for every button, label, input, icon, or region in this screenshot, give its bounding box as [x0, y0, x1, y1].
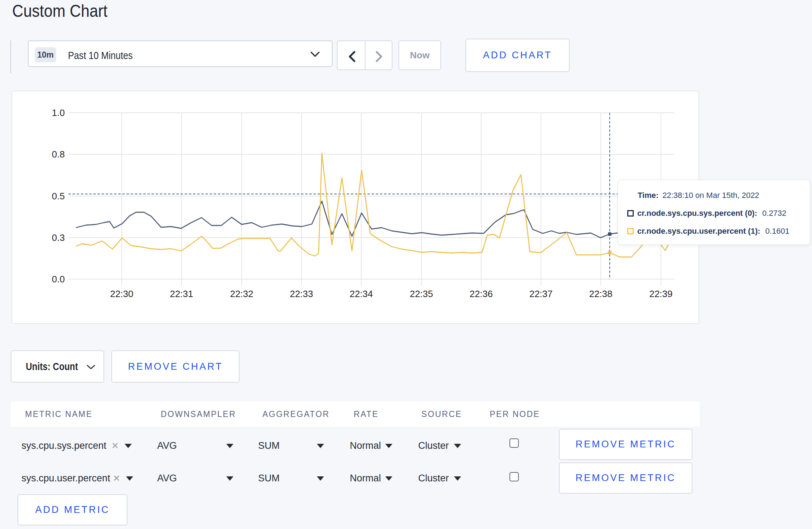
svg-text:0.8: 0.8 [52, 149, 65, 160]
svg-text:22:36: 22:36 [469, 288, 493, 299]
svg-text:22:38: 22:38 [589, 288, 612, 299]
svg-text:0.5: 0.5 [52, 191, 65, 202]
svg-text:22:30: 22:30 [110, 288, 133, 299]
svg-text:0.0: 0.0 [52, 274, 65, 285]
svg-text:22:37: 22:37 [529, 288, 552, 299]
svg-text:1.0: 1.0 [52, 107, 65, 118]
svg-text:22:39: 22:39 [649, 288, 672, 299]
svg-text:22:31: 22:31 [170, 288, 193, 299]
svg-text:22:34: 22:34 [349, 288, 373, 299]
svg-text:22:35: 22:35 [410, 288, 433, 299]
svg-text:22:33: 22:33 [290, 288, 313, 299]
svg-text:0.3: 0.3 [52, 232, 65, 243]
svg-text:22:32: 22:32 [230, 288, 253, 299]
